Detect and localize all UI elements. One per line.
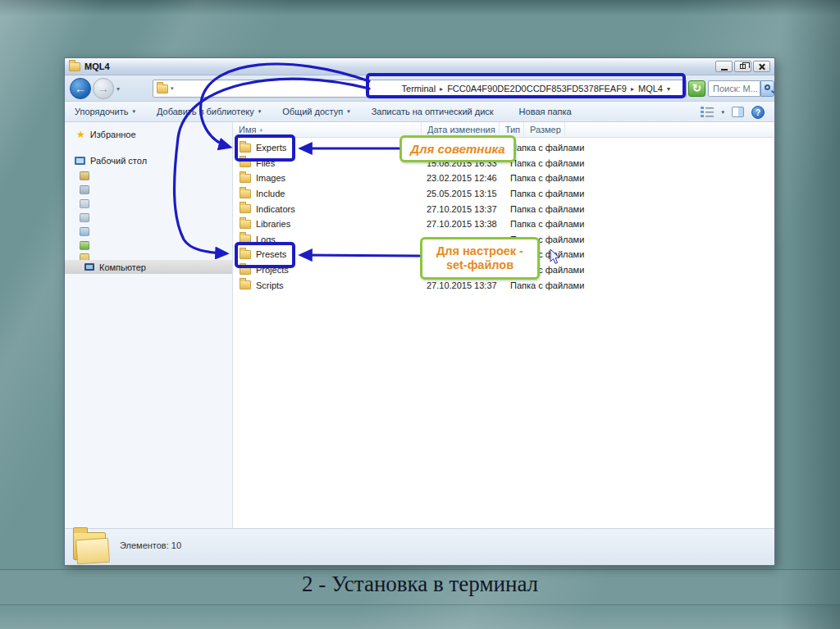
restore-button[interactable] (734, 61, 751, 72)
views-icon[interactable] (701, 107, 714, 117)
breadcrumb-separator-icon[interactable]: ▸ (627, 85, 638, 93)
chevron-down-icon: ▾ (258, 108, 262, 115)
items-count: Элементов: 10 (120, 540, 181, 550)
toolbar-item[interactable]: Новая папка (519, 107, 576, 116)
sidebar-item-computer[interactable]: Компьютер (65, 260, 232, 274)
address-folder-caret-icon[interactable]: ▾ (171, 85, 174, 92)
file-name: Libraries (256, 219, 290, 229)
nav-history-chevron-icon[interactable]: ▾ (116, 85, 120, 93)
chevron-down-icon: ▾ (347, 108, 350, 115)
breadcrumb-separator-icon[interactable]: ▸ (436, 85, 447, 93)
presentation-slide: MQL4 ← → ▾ ▾ Terminal ▸ (0, 0, 840, 629)
callout-presets: Для настроек - set-файлов (420, 237, 540, 280)
toolbar-item-label: Новая папка (519, 107, 572, 116)
breadcrumb-segment[interactable]: FCC0A4F90DE2D0CCDF853FD5378FEAF9 ▸ (447, 84, 638, 93)
folder-icon (240, 144, 251, 153)
file-name: Include (256, 189, 285, 198)
address-folder-icon (157, 84, 168, 93)
forward-icon: → (98, 82, 109, 95)
file-name: Projects (256, 265, 289, 275)
chevron-down-icon: ▾ (132, 108, 135, 115)
column-header[interactable]: Размер (524, 122, 565, 137)
file-row[interactable]: Include 25.05.2015 13:15 Папка с файлами (233, 186, 774, 202)
sort-indicator-icon: ▴ (259, 126, 262, 133)
file-name: Indicators (256, 204, 295, 214)
sidebar-item-desktop[interactable]: Рабочий стол (75, 156, 147, 166)
column-header-label: Дата изменения (427, 125, 495, 134)
homegroup-icon[interactable] (80, 241, 89, 250)
help-button[interactable]: ? (751, 106, 765, 119)
back-button[interactable]: ← (70, 78, 91, 99)
desktop-icon (75, 157, 85, 165)
tree-item-icon[interactable] (80, 227, 89, 236)
file-type: Папка с файлами (505, 173, 590, 183)
explorer-window: MQL4 ← → ▾ ▾ Terminal ▸ (64, 57, 775, 566)
folder-icon (240, 280, 251, 289)
folder-icon (240, 189, 251, 198)
file-row[interactable]: Images 23.02.2015 12:46 Папка с файлами (233, 171, 774, 186)
file-name: Logs (256, 235, 276, 244)
toolbar-item-label: Записать на оптический диск (372, 107, 494, 116)
breadcrumb-segment[interactable]: MQL4 ▾ (638, 84, 674, 93)
tree-item-icon[interactable] (80, 199, 89, 208)
toolbar-item[interactable]: Записать на оптический диск (372, 107, 498, 116)
back-icon: ← (75, 82, 86, 95)
file-date: 25.05.2015 13:15 (422, 189, 505, 198)
toolbar-item[interactable]: Упорядочить ▾ (75, 107, 135, 116)
details-pane: Элементов: 10 (65, 528, 774, 565)
restore-icon (740, 64, 746, 69)
file-date: 27.10.2015 13:37 (422, 204, 505, 214)
command-toolbar: ▾ ? Упорядочить ▾ Добавить в библиотеку … (65, 102, 774, 122)
title-bar[interactable]: MQL4 (65, 58, 774, 75)
minimize-icon (721, 69, 728, 71)
callout-advisor-text: Для советника (410, 142, 504, 156)
breadcrumb-separator-icon[interactable]: ▾ (663, 85, 674, 93)
navigation-pane: ★ Избранное Рабочий стол Компьютер (65, 122, 233, 530)
file-type: Папка с файлами (505, 280, 590, 290)
toolbar-item[interactable]: Добавить в библиотеку ▾ (157, 107, 261, 116)
file-name: Scripts (256, 280, 284, 290)
computer-icon (84, 263, 94, 271)
column-header-label: Тип (505, 125, 520, 134)
folder-icon (240, 235, 251, 244)
close-button[interactable] (753, 61, 770, 72)
sidebar-favorites-label: Избранное (90, 130, 136, 139)
minimize-button[interactable] (715, 61, 733, 72)
search-button[interactable] (760, 80, 774, 97)
main-area: ★ Избранное Рабочий стол Компьютер (65, 122, 774, 530)
file-name: Presets (256, 249, 286, 259)
file-date: 27.10.2015 13:38 (422, 219, 505, 229)
preview-pane-icon[interactable] (732, 107, 744, 117)
sidebar-computer-label: Компьютер (99, 262, 146, 272)
file-type: Папка с файлами (505, 143, 590, 153)
window-folder-icon (69, 62, 80, 71)
tree-item-icon[interactable] (80, 213, 89, 222)
column-header[interactable]: Имя ▴ (233, 122, 422, 137)
callout-presets-line2: set-файлов (446, 258, 514, 272)
address-field[interactable]: ▾ Terminal ▸ FCC0A4F90DE2D0CCDF853FD5378… (153, 80, 687, 98)
toolbar-item[interactable]: Общий доступ ▾ (282, 107, 349, 116)
column-header-label: Размер (530, 125, 561, 134)
file-name: Images (256, 173, 285, 183)
search-input[interactable] (708, 80, 760, 97)
toolbar-item-label: Общий доступ (282, 107, 343, 116)
folder-icon (240, 220, 251, 229)
file-date: 27.10.2015 13:37 (422, 280, 505, 290)
file-row[interactable]: Indicators 27.10.2015 13:37 Папка с файл… (233, 201, 774, 217)
address-bar-row: ← → ▾ ▾ Terminal ▸ FCC0A4F90DE2D0CCDF853… (65, 75, 774, 102)
breadcrumb-segment[interactable]: Terminal ▸ (402, 84, 448, 93)
sidebar-item-favorites[interactable]: ★ Избранное (76, 129, 136, 140)
library-icon[interactable] (80, 171, 89, 180)
views-caret-icon[interactable]: ▾ (721, 109, 724, 116)
toolbar-item-label: Упорядочить (75, 107, 128, 116)
file-type: Папка с файлами (505, 219, 590, 229)
file-row[interactable]: Libraries 27.10.2015 13:38 Папка с файла… (233, 217, 774, 232)
forward-button[interactable]: → (93, 78, 114, 99)
file-date: 23.02.2015 12:46 (422, 173, 505, 183)
tree-item-icon[interactable] (80, 185, 89, 194)
refresh-button[interactable]: ↻ (688, 80, 705, 97)
file-list-pane: Имя ▴ Дата изменения Тип (233, 122, 774, 530)
toolbar-item-label: Добавить в библиотеку (157, 107, 254, 116)
sidebar-desktop-label: Рабочий стол (90, 156, 147, 166)
file-row[interactable]: Scripts 27.10.2015 13:37 Папка с файлами (233, 277, 774, 293)
